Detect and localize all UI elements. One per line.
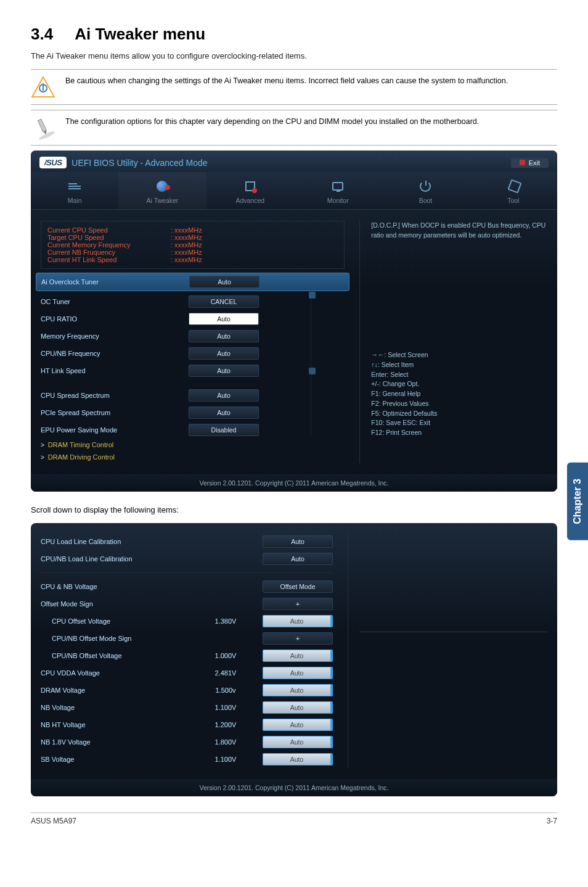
setting-value[interactable]: CANCEL xyxy=(189,295,259,308)
setting-row[interactable]: CPU/NB Load Line CalibrationAuto xyxy=(41,550,333,567)
tab-boot[interactable]: Boot xyxy=(382,172,469,209)
setting-value[interactable]: Auto xyxy=(263,719,333,731)
setting-row[interactable]: CPU/NB FrequencyAuto xyxy=(41,345,345,362)
tab-advanced[interactable]: Advanced xyxy=(206,172,294,209)
setting-value[interactable]: Auto xyxy=(189,313,259,325)
section-heading: 3.4 Ai Tweaker menu xyxy=(31,25,557,44)
key-hint: F2: Previous Values xyxy=(371,399,437,409)
setting-row[interactable]: CPU Load Line CalibrationAuto xyxy=(41,533,333,550)
setting-row[interactable]: >DRAM Driving Control xyxy=(41,451,345,463)
exit-button[interactable]: Exit xyxy=(511,158,549,168)
asus-logo: /SUS xyxy=(39,157,67,168)
tab-label-aitweaker: Ai Tweaker xyxy=(118,197,206,204)
setting-row[interactable]: CPU/NB Offset Mode Sign+ xyxy=(41,630,333,647)
setting-value[interactable]: Auto xyxy=(189,347,259,360)
setting-mid-value: 1.500v xyxy=(189,687,263,694)
setting-row[interactable]: CPU VDDA Voltage2.481VAuto xyxy=(41,664,333,682)
setting-row[interactable]: SB Voltage1.100VAuto xyxy=(41,751,333,768)
bios-right-pane: [D.O.C.P.] When DOCP is enabled CPU Bus … xyxy=(359,221,547,463)
setting-value[interactable]: Auto xyxy=(189,330,259,342)
list-icon xyxy=(68,182,81,191)
tab-monitor[interactable]: Monitor xyxy=(294,172,382,209)
setting-value[interactable]: Offset Mode xyxy=(263,580,333,593)
setting-row[interactable]: PCIe Spread SpectrumAuto xyxy=(41,404,345,421)
scroll-up-handle[interactable] xyxy=(309,292,316,299)
setting-value[interactable]: Auto xyxy=(189,406,259,419)
setting-row[interactable]: OC TunerCANCEL xyxy=(41,293,345,310)
setting-label: NB HT Voltage xyxy=(41,721,189,728)
setting-mid-value: 1.380V xyxy=(189,617,263,625)
setting-row[interactable]: NB 1.8V Voltage1.800VAuto xyxy=(41,733,333,751)
tab-label-main: Main xyxy=(31,197,118,204)
setting-label: SB Voltage xyxy=(41,756,189,763)
setting-row[interactable]: EPU Power Saving ModeDisabled xyxy=(41,421,345,439)
setting-row[interactable]: CPU RATIOAuto xyxy=(41,310,345,328)
info-row: Current HT Link Speed: xxxxMHz xyxy=(47,256,338,263)
monitor-icon xyxy=(332,182,343,191)
setting-value[interactable]: Auto xyxy=(263,736,333,748)
setting-value[interactable]: Auto xyxy=(189,365,259,377)
info-row: Current Memory Frequency: xxxxMHz xyxy=(47,241,338,249)
setting-row[interactable]: NB Voltage1.100VAuto xyxy=(41,699,333,716)
setting-value[interactable]: Auto xyxy=(263,684,333,696)
setting-row[interactable]: DRAM Voltage1.500vAuto xyxy=(41,682,333,699)
setting-value[interactable]: Auto xyxy=(189,276,259,288)
setting-row[interactable]: CPU & NB VoltageOffset Mode xyxy=(41,578,333,595)
warning-icon xyxy=(31,76,55,98)
help-text: [D.O.C.P.] When DOCP is enabled CPU Bus … xyxy=(371,221,547,241)
setting-value[interactable]: Auto xyxy=(189,389,259,402)
setting-label: HT Link Speed xyxy=(41,367,189,374)
scroll-thumb[interactable] xyxy=(309,368,316,374)
setting-value[interactable]: Auto xyxy=(263,615,333,627)
setting-value[interactable]: Auto xyxy=(263,553,333,565)
setting-value[interactable]: Auto xyxy=(263,701,333,714)
chip-icon xyxy=(245,181,255,191)
setting-label: CPU Spread Spectrum xyxy=(41,392,189,399)
setting-label: CPU RATIO xyxy=(41,315,189,323)
tab-tool[interactable]: Tool xyxy=(470,172,557,209)
bios-footer: Version 2.00.1201. Copyright (C) 2011 Am… xyxy=(31,474,557,492)
info-row: Current NB Fruquency: xxxxMHz xyxy=(47,249,338,256)
setting-row[interactable]: CPU Spread SpectrumAuto xyxy=(41,387,345,404)
svg-rect-4 xyxy=(38,119,46,132)
setting-value[interactable]: Auto xyxy=(263,667,333,679)
setting-row[interactable]: >DRAM Timing Control xyxy=(41,439,345,451)
page-footer: ASUS M5A97 3-7 xyxy=(31,812,557,825)
key-help: →←: Select Screen↑↓: Select ItemEnter: S… xyxy=(371,350,437,438)
info-row: Target CPU Speed: xxxxMHz xyxy=(47,234,338,241)
setting-row[interactable]: CPU Offset Voltage1.380VAuto xyxy=(41,613,333,630)
setting-value[interactable]: + xyxy=(263,598,333,610)
info-text: The configuration options for this chapt… xyxy=(65,117,479,128)
setting-mid-value: 1.100V xyxy=(189,756,263,763)
setting-row[interactable]: CPU/NB Offset Voltage1.000VAuto xyxy=(41,647,333,664)
setting-value[interactable]: Disabled xyxy=(189,424,259,436)
setting-label: NB Voltage xyxy=(41,704,189,711)
tab-ai-tweaker[interactable]: Ai Tweaker xyxy=(118,172,206,209)
bios-tabs: Main Ai Tweaker Advanced Monitor Boot To… xyxy=(31,172,557,210)
setting-label: CPU/NB Offset Mode Sign xyxy=(41,635,189,642)
setting-row[interactable]: HT Link SpeedAuto xyxy=(41,362,345,379)
setting-mid-value: 1.100V xyxy=(189,704,263,711)
power-icon xyxy=(420,181,431,192)
setting-row[interactable]: Offset Mode Sign+ xyxy=(41,595,333,613)
setting-mid-value: 1.000V xyxy=(189,652,263,659)
cpu-info-box: Current CPU Speed: xxxxMHzTarget CPU Spe… xyxy=(41,221,345,269)
setting-row[interactable]: Memory FrequencyAuto xyxy=(41,328,345,345)
setting-value[interactable]: Auto xyxy=(263,753,333,765)
setting-label: CPU & NB Voltage xyxy=(41,583,189,590)
info-note: The configuration options for this chapt… xyxy=(31,110,557,146)
setting-label: OC Tuner xyxy=(41,298,189,305)
setting-row[interactable]: NB HT Voltage1.200VAuto xyxy=(41,716,333,733)
setting-row[interactable]: Ai Overclock TunerAuto xyxy=(36,273,349,291)
tab-main[interactable]: Main xyxy=(31,172,118,209)
setting-value[interactable]: Auto xyxy=(263,535,333,548)
tab-label-advanced: Advanced xyxy=(206,197,294,204)
setting-label: DRAM Voltage xyxy=(41,687,189,694)
key-hint: →←: Select Screen xyxy=(371,350,437,360)
setting-value[interactable]: Auto xyxy=(263,650,333,662)
setting-value[interactable]: + xyxy=(263,632,333,645)
info-label: Target CPU Speed xyxy=(47,234,171,241)
info-value: : xxxxMHz xyxy=(171,226,202,234)
intro-text: The Ai Tweaker menu items allow you to c… xyxy=(31,51,557,60)
scrollbar[interactable] xyxy=(311,294,312,435)
